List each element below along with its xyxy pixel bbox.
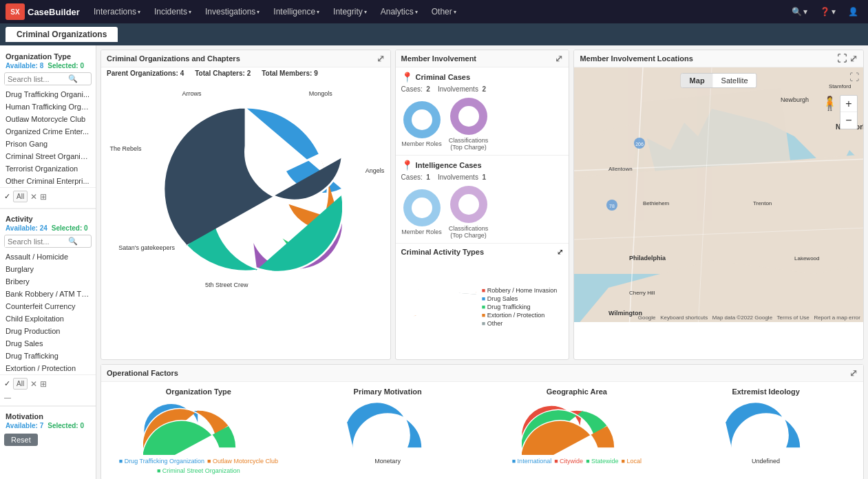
nav-incidents[interactable]: Incidents ▾	[149, 4, 197, 19]
list-item[interactable]: Drug Trafficking Organi...	[0, 88, 96, 100]
check-icon: ✓	[4, 192, 10, 201]
legend-item: ■ Extortion / Protection	[482, 312, 558, 319]
list-item[interactable]: Outlaw Motorcycle Club	[0, 113, 96, 125]
chevron-down-icon: ▾	[364, 9, 367, 15]
svg-point-7	[458, 194, 479, 215]
satellite-button[interactable]: Satellite	[713, 74, 756, 87]
op-motivation-chart-area	[296, 400, 480, 455]
nav-other[interactable]: Other ▾	[426, 4, 462, 19]
operational-body: Organization Type ■ Drug Trafficking Org…	[101, 382, 863, 479]
chevron-down-icon: ▾	[454, 9, 456, 15]
list-item[interactable]: Drug Trafficking	[0, 350, 96, 362]
op-ideology-label: Undefined	[674, 458, 858, 465]
expand-icon[interactable]: ⤢	[377, 53, 385, 64]
activity-all-button[interactable]: All	[13, 378, 28, 390]
tab-criminal-organizations[interactable]: Criminal Organizations	[6, 27, 118, 42]
zoom-out-button[interactable]: −	[840, 112, 857, 129]
parent-orgs-meta: Parent Organizations: 4	[107, 70, 184, 77]
operational-header: Operational Factors ⤢	[101, 365, 863, 382]
search-button[interactable]: 🔍▾	[787, 6, 812, 18]
map-background: Newburgh Stamford New York Allentown Bet…	[574, 67, 863, 322]
list-item[interactable]: Terrorist Organization	[0, 162, 96, 175]
org-type-search[interactable]: 🔍	[4, 72, 92, 85]
list-item[interactable]: Burglary	[0, 263, 96, 275]
org-type-all-button[interactable]: All	[13, 191, 28, 202]
list-item[interactable]: Assault / Homicide	[0, 251, 96, 263]
intelligence-cases-charts: Member Roles Classifications(Top Charge)	[401, 184, 564, 239]
list-item[interactable]: Bank Robbery / ATM Th...	[0, 288, 96, 300]
svg-text:78: 78	[609, 204, 615, 209]
svg-text:Cherry Hill: Cherry Hill	[629, 290, 655, 296]
chevron-down-icon: ▾	[257, 9, 260, 15]
members-meta: Total Members: 9	[262, 70, 318, 77]
fullscreen-icon[interactable]: ⛶	[837, 53, 847, 64]
list-item[interactable]: Other Criminal Enterpri...	[0, 175, 96, 187]
intel-member-roles-label: Member Roles	[401, 228, 443, 235]
sidebar: Organization Type Available: 8 Selected:…	[0, 45, 96, 479]
svg-text:Lakewood: Lakewood	[794, 255, 819, 262]
legend-item: ■ Other	[482, 320, 558, 327]
list-item[interactable]: Child Exploitation	[0, 312, 96, 325]
legend-item: ■ Outlaw Motorcycle Club	[207, 458, 278, 465]
list-item[interactable]: Criminal Street Organiz...	[0, 150, 96, 162]
activity-legend: ■ Robbery / Home Invasion ■ Drug Sales ■…	[482, 287, 558, 327]
app-logo[interactable]: SX CaseBuilder	[6, 3, 80, 20]
help-button[interactable]: ❓▾	[816, 6, 840, 18]
map-button[interactable]: Map	[681, 74, 713, 87]
svg-text:Stamford: Stamford	[829, 83, 851, 89]
main-layout: Organization Type Available: 8 Selected:…	[0, 45, 868, 479]
chevron-down-icon: ▾	[189, 9, 191, 15]
criminal-cases-charts: Member Roles Classifications(Top Charge)	[401, 96, 564, 151]
search-icon: 🔍	[67, 73, 79, 85]
map-fullscreen-icon[interactable]: ⛶	[849, 72, 859, 83]
member-involvement-title: Member Involvement	[401, 54, 476, 63]
op-org-type-title: Organization Type	[107, 387, 290, 396]
zoom-in-button[interactable]: +	[840, 96, 857, 112]
org-type-selected: Selected: 0	[47, 62, 84, 70]
map-credit: Google Keyboard shortcuts Map data ©2022…	[638, 315, 860, 321]
nav-analytics[interactable]: Analytics ▾	[375, 4, 423, 19]
org-type-search-input[interactable]	[5, 74, 67, 85]
svg-text:Philadelphia: Philadelphia	[629, 255, 666, 262]
list-item[interactable]: Extortion / Protection	[0, 362, 96, 374]
op-ideology-chart: Extremist Ideology Undefined	[674, 387, 858, 474]
list-item[interactable]: Bribery	[0, 275, 96, 288]
navbar: SX CaseBuilder Interactions ▾ Incidents …	[0, 0, 868, 23]
list-item[interactable]: Organized Crime Enter...	[0, 125, 96, 138]
legend-item: ■ Drug Sales	[482, 295, 558, 302]
nav-interactions[interactable]: Interactions ▾	[88, 4, 146, 19]
nav-intelligence[interactable]: Intelligence ▾	[268, 4, 325, 19]
activity-filter-button[interactable]: ⊞	[40, 379, 47, 389]
motivation-selected: Selected: 0	[47, 422, 84, 429]
list-item[interactable]: Human Trafficking Orga...	[0, 100, 96, 113]
expand-icon[interactable]: ⤢	[849, 53, 858, 64]
reset-button[interactable]: Reset	[4, 434, 38, 446]
street-view-icon[interactable]: 🧍	[821, 95, 838, 111]
svg-point-3	[458, 106, 479, 127]
operational-title: Operational Factors	[107, 369, 178, 377]
list-item[interactable]: Prison Gang	[0, 138, 96, 150]
criminal-cases-title: 📍 Criminal Cases	[401, 72, 564, 83]
list-item[interactable]: Counterfeit Currency	[0, 300, 96, 312]
org-type-clear-button[interactable]: ✕	[30, 192, 37, 202]
activity-search-input[interactable]	[5, 236, 67, 247]
expand-icon[interactable]: ⤢	[849, 368, 858, 379]
nav-integrity[interactable]: Integrity ▾	[328, 4, 372, 19]
activity-search[interactable]: 🔍	[4, 235, 92, 248]
org-type-filter-button[interactable]: ⊞	[40, 192, 47, 202]
expand-icon[interactable]: ⤢	[555, 53, 563, 64]
activity-controls: ✓ All ✕ ⊞	[0, 374, 96, 392]
org-type-availability: Available: 8 Selected: 0	[0, 62, 96, 71]
nav-investigations[interactable]: Investigations ▾	[200, 4, 265, 19]
user-button[interactable]: 👤	[844, 6, 862, 18]
op-motivation-title: Primary Motivation	[296, 387, 480, 396]
activity-minus-icon: —	[4, 394, 11, 401]
activity-available: Available: 24	[6, 224, 47, 232]
classifications-label: Classifications(Top Charge)	[448, 137, 489, 151]
list-item[interactable]: Drug Sales	[0, 337, 96, 350]
activity-availability: Available: 24 Selected: 0	[0, 224, 96, 233]
list-item[interactable]: Drug Production	[0, 325, 96, 337]
activity-clear-button[interactable]: ✕	[30, 379, 37, 389]
criminal-orgs-panel: Criminal Organizations and Chapters ⤢ Pa…	[100, 50, 391, 360]
expand-icon[interactable]: ⤢	[557, 248, 563, 257]
